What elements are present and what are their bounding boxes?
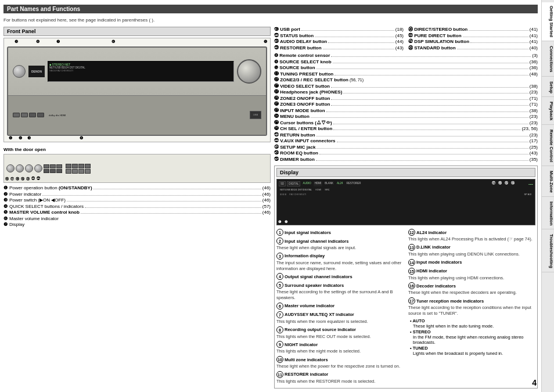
desc-title-night: 9 NIGHT indicator: [276, 341, 404, 348]
rid-vaux: [337, 142, 528, 142]
desc-label-6: Master volume indicator: [285, 303, 334, 308]
desc-rec-output: 8 Recording output source indicator This…: [276, 326, 404, 340]
dsb7: [78, 169, 84, 174]
feature-item-1: ❶ Power operation button (ON/STANDBY) (4…: [3, 185, 271, 190]
ril-setup-mic: ㉓ SETUP MIC jack: [274, 145, 315, 150]
dc-grid: ⊞ ⊞ ⊞: [279, 192, 287, 196]
ri-zone3: ⓰ ZONE3 ON/OFF button (71): [274, 102, 538, 107]
logo-text: DENON: [31, 70, 42, 73]
rip-vaux: (17): [530, 138, 538, 143]
rip-cursor: (23): [530, 120, 538, 125]
rid-tuning: [334, 75, 528, 75]
display-screen-mockup: SD DIGITAL AUDIO HDMI BLANK AL24 RESTORE…: [277, 179, 535, 225]
ri-phones: ⓮ Headphones jack (PHONES) (23): [274, 89, 538, 95]
desc-label-13: D.LINK indicator: [416, 244, 451, 250]
ri-setup-mic: ㉓ SETUP MIC jack (25): [274, 145, 538, 150]
right-list-col1: ㉖ USB port (18) ㉗ STATUS button (45) ㉘ A…: [274, 27, 404, 51]
right-item-pure-direct: ㉛ PURE DIRECT button (41): [408, 33, 538, 38]
dc-hdmi2: HDMI: [314, 188, 322, 192]
right-sidebar: Getting Started Connections Setup Playba…: [541, 0, 554, 392]
dsb8: [85, 169, 91, 174]
dn-top1: ⑰: [492, 181, 495, 186]
sidebar-setup[interactable]: Setup: [542, 78, 554, 98]
dn-top4: ⑭: [511, 181, 515, 186]
right-item-label-audio-delay: ㉘ AUDIO DELAY button: [274, 39, 327, 44]
desc-label-3: Information display: [285, 253, 325, 258]
right-dots-usb: [301, 30, 394, 31]
rid-source-sel: [333, 63, 528, 63]
rid-zone3: [331, 105, 528, 106]
rip-tuning: (48): [530, 71, 538, 77]
ril-return: ㉑ RETURN button: [274, 132, 315, 138]
label-6: ❻: [111, 39, 115, 44]
display-image-area: SD DIGITAL AUDIO HDMI BLANK AL24 RESTORE…: [276, 179, 535, 225]
desc-label-2: Input signal channel indicators: [285, 239, 348, 244]
tuner-tuned-desc: Lights when the broadcast is properly tu…: [413, 351, 503, 356]
rip-source-btn: (36): [530, 65, 538, 70]
desc-label-9: NIGHT indicator: [285, 342, 318, 347]
rid-return: [316, 136, 528, 136]
d-btn-row1: [44, 164, 62, 168]
ri-cursor: ⓳ Cursor buttons (△▽◁▷) (23): [274, 120, 538, 125]
format-logos: dolby dts HDMI: [49, 114, 66, 117]
feature-item-7: ❼ Display: [3, 222, 271, 227]
sidebar-information[interactable]: Information: [542, 198, 554, 229]
ril-cursor: ⓳ Cursor buttons (△▽◁▷): [274, 120, 332, 125]
cn15: 15: [408, 268, 415, 275]
desc-al24: 12 AL24 indicator This lights when AL24 …: [408, 229, 535, 242]
right-page-standard: (40): [530, 45, 538, 51]
rid-room-eq: [319, 154, 528, 154]
dc-al24: AL24: [336, 181, 344, 186]
d-knob4: [34, 164, 42, 172]
cn11: 11: [276, 371, 283, 378]
sidebar-multi-zone[interactable]: Multi-Zone: [542, 167, 554, 197]
desc-body-10: These light when the power for the respe…: [276, 364, 404, 369]
dc-fa2: FA2 CH8 MULTI: [288, 192, 307, 196]
tuner-stereo: • STEREO In the FM mode, these light whe…: [408, 329, 535, 345]
cn10: 10: [276, 356, 283, 363]
ril-phones: ⓮ Headphones jack (PHONES): [274, 89, 342, 95]
feature-bullet-2: ❷: [3, 192, 8, 197]
ril-zone3: ⓰ ZONE3 ON/OFF button: [274, 102, 330, 107]
rid-video-sel: [331, 87, 528, 88]
db4: [44, 169, 49, 173]
rip-zone2: (71): [530, 96, 538, 101]
btn1: [13, 113, 20, 117]
feature-page-3: (46): [262, 197, 271, 203]
right-page-status: (45): [395, 33, 404, 38]
desc-tuner: 17 Tuner reception mode indicators These…: [408, 297, 535, 317]
desc-info-display: 3 Information display The input source n…: [276, 253, 404, 272]
sidebar-remote-control[interactable]: Remote Control: [542, 126, 554, 166]
cn9: 9: [276, 341, 283, 348]
cn16: 16: [408, 282, 415, 289]
rip-remote: (3): [532, 53, 538, 58]
desc-body-13: This lights when playing using DENON LIN…: [408, 251, 535, 257]
display-section: Display SD DIGITAL AUDIO HDMI BLANK AL24: [274, 166, 538, 389]
sidebar-connections[interactable]: Connections: [542, 42, 554, 76]
label-4b: ❹: [80, 136, 83, 141]
rip-menu: (23): [530, 114, 538, 119]
feature-dots-2: [42, 195, 261, 196]
right-dots-status: [315, 37, 394, 37]
desc-title-tuner: 17 Tuner reception mode indicators: [408, 297, 535, 304]
right-item-restorer: ㉙ RESTORER button (43): [274, 45, 404, 51]
dl4: ⑲: [21, 177, 24, 182]
feature-bullet-7: ❼: [3, 222, 8, 227]
desc-label-1: Input signal indicators: [285, 230, 331, 235]
desc-body-16: These light when the respective decoders…: [408, 290, 535, 296]
sidebar-troubleshooting[interactable]: Troubleshooting: [542, 231, 554, 272]
page-title: Part Names and Functions: [3, 5, 538, 13]
sidebar-playback[interactable]: Playback: [542, 98, 554, 125]
dc-blank: BLANK: [323, 181, 334, 186]
display-num-labels-top: ⑰ ⑯ ⑮ ⑭: [492, 181, 515, 186]
right-item-label-pure-direct: ㉛ PURE DIRECT button: [408, 33, 462, 38]
desc-title-decoder: 16 Decoder indicators: [408, 282, 535, 289]
middle-right-lists: ❽ Remote control sensor (3) ❾ SOURCE SEL…: [274, 53, 538, 163]
desc-title-audyssey: 7 AUDYSSEY MULTEQ XT indicator: [276, 311, 404, 318]
rid-dimmer: [316, 160, 528, 161]
sidebar-getting-started[interactable]: Getting Started: [542, 2, 554, 41]
ri-source-btn: ❿ SOURCE button (36): [274, 65, 538, 70]
desc-title-multizone: 10 Multi zone indicators: [276, 356, 404, 363]
button-array: [13, 113, 44, 117]
rid-input-mode: [326, 112, 528, 112]
